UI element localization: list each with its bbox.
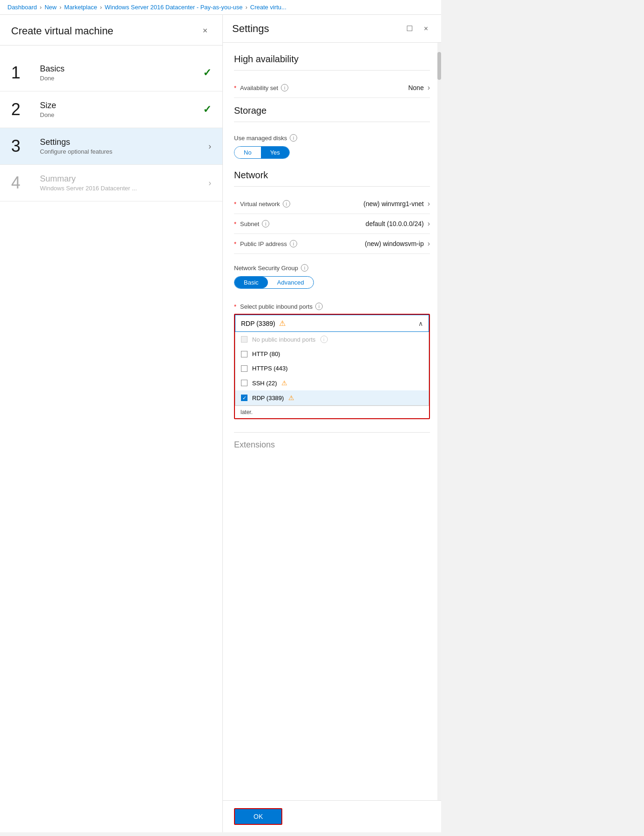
storage-divider [234,122,430,122]
checkbox-none[interactable] [241,336,247,343]
breadcrumb-new[interactable]: New [45,4,57,11]
network-heading: Network [234,170,430,181]
step-2-number: 2 [11,101,34,118]
subnet-info-icon[interactable]: i [262,220,269,227]
step-4-title: Summary [40,174,205,184]
settings-close-button[interactable]: × [420,23,432,35]
availability-set-arrow-icon: › [428,84,430,92]
step-4-number: 4 [11,175,34,191]
maximize-button[interactable]: ☐ [403,22,416,35]
managed-disks-toggle[interactable]: No Yes [234,146,290,159]
virtual-network-label: * Virtual network i [234,200,290,207]
step-2-subtitle: Done [40,111,203,118]
dropdown-item-ssh[interactable]: SSH (22) ⚠ [235,376,429,390]
subnet-label: * Subnet i [234,220,269,227]
step-2-size[interactable]: 2 Size Done ✓ [0,91,222,128]
step-3-arrow-icon: › [208,142,211,151]
right-panel: Settings ☐ × High availability * Availab… [223,15,441,832]
breadcrumb-marketplace[interactable]: Marketplace [64,4,97,11]
step-4-subtitle: Windows Server 2016 Datacenter ... [40,185,205,192]
virtual-network-field[interactable]: * Virtual network i (new) winvmrg1-vnet … [234,194,430,214]
nsg-label: Network Security Group i [234,264,430,272]
availability-set-field[interactable]: * Availability set i None › [234,78,430,98]
wizard-steps: 1 Basics Done ✓ 2 Size Done ✓ 3 [0,45,222,832]
step-4-summary[interactable]: 4 Summary Windows Server 2016 Datacenter… [0,165,222,201]
storage-heading: Storage [234,105,430,116]
managed-disks-yes-option[interactable]: Yes [261,147,289,158]
managed-disks-no-option[interactable]: No [234,147,261,158]
virtual-network-info-icon[interactable]: i [283,200,290,207]
required-indicator: * [234,84,236,91]
inbound-ports-dropdown-container: RDP (3389) ⚠ ∧ No public inbound ports [234,314,430,419]
checkbox-ssh[interactable] [241,380,247,386]
inbound-ports-section: * Select public inbound ports i RDP (338… [234,303,430,419]
step-3-settings[interactable]: 3 Settings Configure optional features › [0,128,222,165]
step-4-arrow-icon: › [208,178,211,188]
header-buttons: ☐ × [403,22,432,35]
ok-button[interactable]: OK [234,808,282,825]
step-1-basics[interactable]: 1 Basics Done ✓ [0,55,222,91]
subnet-value[interactable]: default (10.0.0.0/24) › [365,220,430,228]
extension-section: Extensions [234,419,430,455]
panel-title: Create virtual machine [11,25,113,37]
nsg-advanced-option[interactable]: Advanced [268,277,313,288]
breadcrumb: Dashboard › New › Marketplace › Windows … [0,0,441,15]
scrollbar-thumb[interactable] [437,52,441,80]
network-section: Network * Virtual network i (new) winvmr… [234,170,430,455]
settings-footer: OK [223,800,441,832]
checkbox-rdp[interactable]: ✓ [241,395,247,401]
high-availability-divider [234,70,430,71]
virtual-network-value[interactable]: (new) winvmrg1-vnet › [364,200,430,208]
settings-header: Settings ☐ × [223,15,441,43]
step-1-checkmark-icon: ✓ [203,67,211,79]
inbound-ports-dropdown-header[interactable]: RDP (3389) ⚠ ∧ [235,315,429,332]
step-1-title: Basics [40,64,203,74]
public-ip-field[interactable]: * Public IP address i (new) windowsvm-ip… [234,234,430,254]
dropdown-item-rdp[interactable]: ✓ RDP (3389) ⚠ [235,390,429,405]
inbound-ports-chevron-icon: ∧ [418,320,423,327]
subnet-arrow-icon: › [428,220,430,228]
nsg-info-icon[interactable]: i [301,264,308,272]
nsg-field: Network Security Group i Basic Advanced [234,259,430,296]
nsg-toggle[interactable]: Basic Advanced [234,276,314,289]
breadcrumb-product[interactable]: Windows Server 2016 Datacenter - Pay-as-… [104,4,242,11]
dropdown-item-none[interactable]: No public inbound ports i [235,332,429,347]
left-panel-close-button[interactable]: × [199,24,211,38]
checkbox-https[interactable] [241,365,247,372]
dropdown-item-http[interactable]: HTTP (80) [235,347,429,361]
step-2-title: Size [40,101,203,110]
virtual-network-arrow-icon: › [428,200,430,208]
subnet-field[interactable]: * Subnet i default (10.0.0.0/24) › [234,214,430,234]
public-ip-info-icon[interactable]: i [290,240,297,247]
step-1-number: 1 [11,65,34,81]
availability-set-label: * Availability set i [234,84,288,91]
checkbox-http[interactable] [241,351,247,357]
availability-set-info-icon[interactable]: i [281,84,288,91]
panel-header: Create virtual machine × [0,15,222,45]
ssh-warning-icon: ⚠ [281,379,287,387]
breadcrumb-dashboard[interactable]: Dashboard [7,4,37,11]
high-availability-heading: High availability [234,54,430,65]
managed-disks-info-icon[interactable]: i [290,134,297,142]
public-ip-label: * Public IP address i [234,240,297,247]
network-divider [234,186,430,187]
step-2-content: Size Done [40,101,203,118]
scrollbar-track[interactable] [437,43,441,800]
step-1-content: Basics Done [40,64,203,82]
storage-section: Storage Use managed disks i No Yes [234,105,430,166]
high-availability-section: High availability * Availability set i N… [234,54,430,98]
step-3-title: Settings [40,137,205,147]
breadcrumb-create[interactable]: Create virtu... [250,4,286,11]
dropdown-none-info-icon[interactable]: i [320,336,328,343]
inbound-ports-info-icon[interactable]: i [315,303,323,310]
public-ip-value[interactable]: (new) windowsvm-ip › [365,240,430,248]
nsg-basic-option[interactable]: Basic [234,277,268,288]
inbound-ports-selected-text: RDP (3389) ⚠ [241,319,286,328]
inbound-ports-label: * Select public inbound ports i [234,303,430,310]
inbound-ports-warning-icon: ⚠ [279,319,286,328]
public-ip-arrow-icon: › [428,240,430,248]
step-3-subtitle: Configure optional features [40,148,205,155]
dropdown-footer-note: later. [235,406,429,418]
dropdown-item-https[interactable]: HTTPS (443) [235,361,429,376]
availability-set-value[interactable]: None › [408,84,430,92]
